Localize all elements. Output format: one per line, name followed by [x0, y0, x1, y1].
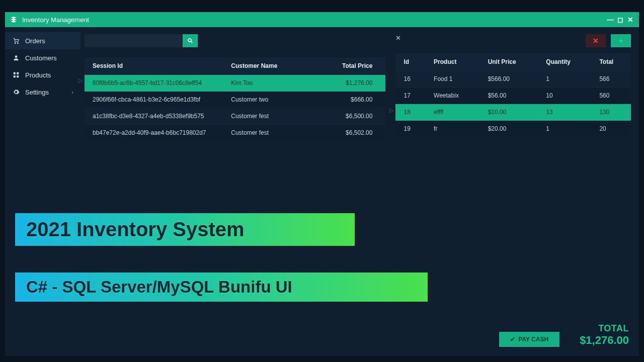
table-row[interactable]: bb47e72e-a2dd-40f9-aae4-b6bc719802d7Cust…	[85, 125, 385, 141]
sidebar-item-label: Products	[25, 71, 51, 79]
window-maximize-icon[interactable]: ◻	[616, 15, 625, 24]
total-value: $1,276.00	[580, 334, 629, 347]
pay-label: PAY CASH	[518, 336, 548, 343]
pay-cash-button[interactable]: ✔ PAY CASH	[499, 332, 559, 347]
items-pane: ✕ ✕ ＋ ▷ Id Product Unit Price Quantity	[395, 34, 631, 356]
col-product: Product	[426, 53, 480, 71]
app-window: Inventory Management — ◻ ✕ Orders Custom…	[5, 12, 639, 356]
search-button[interactable]	[183, 34, 198, 47]
gear-icon	[12, 88, 20, 96]
window-title: Inventory Management	[22, 16, 89, 24]
svg-point-0	[15, 43, 16, 44]
svg-rect-5	[14, 75, 16, 77]
table-row[interactable]: 2906f66f-cbca-4861-b3e2-6c965e1d3fbfCust…	[85, 92, 385, 108]
row-indicator-icon: ▷	[78, 77, 83, 84]
svg-rect-4	[17, 72, 19, 74]
sidebar-item-customers[interactable]: Customers	[5, 49, 80, 66]
close-panel-icon[interactable]: ✕	[395, 34, 403, 48]
sidebar-item-orders[interactable]: Orders	[5, 32, 80, 49]
sidebar-item-products[interactable]: Products	[5, 66, 80, 83]
items-table: Id Product Unit Price Quantity Total 16F…	[395, 53, 631, 137]
user-icon	[12, 54, 20, 62]
chevron-right-icon: ›	[71, 89, 73, 95]
col-session: Session Id	[85, 57, 223, 75]
delete-button[interactable]: ✕	[586, 34, 606, 47]
cart-icon	[12, 37, 20, 45]
svg-line-8	[191, 42, 193, 43]
footer: ✔ PAY CASH TOTAL $1,276.00	[499, 323, 629, 347]
window-close-icon[interactable]: ✕	[626, 15, 635, 24]
row-indicator-icon: ▷	[389, 107, 393, 114]
svg-point-1	[18, 43, 19, 44]
grid-icon	[12, 71, 20, 79]
main-content: ▷ Session Id Customer Name Total Price 6…	[80, 27, 639, 356]
check-icon: ✔	[510, 336, 515, 343]
svg-point-7	[188, 39, 191, 42]
col-id: Id	[395, 53, 426, 71]
sidebar-item-label: Settings	[25, 88, 49, 96]
search-input[interactable]	[85, 34, 183, 47]
col-qty: Quantity	[538, 53, 591, 71]
titlebar: Inventory Management — ◻ ✕	[5, 12, 639, 27]
window-minimize-icon[interactable]: —	[606, 15, 615, 24]
search-bar	[85, 34, 385, 47]
total-label: TOTAL	[580, 323, 629, 334]
table-row[interactable]: a1c38fbc-d3e8-4327-a4eb-d5338ef9b575Cust…	[85, 108, 385, 125]
sidebar-item-label: Customers	[25, 54, 57, 62]
overlay-banner-1: 2021 Inventory System	[15, 213, 355, 246]
sidebar: Orders Customers Products Settings ›	[5, 27, 80, 356]
table-row[interactable]: 19fr$20.00120	[395, 121, 631, 137]
add-button[interactable]: ＋	[611, 34, 631, 47]
table-row[interactable]: 18effff$10.0013130	[395, 104, 631, 121]
table-row[interactable]: 60f8b6b5-ac6b-4557-bd17-31c06c8eff54Kim …	[85, 75, 385, 92]
svg-rect-6	[17, 75, 19, 77]
col-customer: Customer Name	[223, 57, 312, 75]
sidebar-item-label: Orders	[25, 37, 45, 45]
orders-table: Session Id Customer Name Total Price 60f…	[85, 57, 385, 141]
col-total: Total	[591, 53, 631, 71]
orders-pane: ▷ Session Id Customer Name Total Price 6…	[85, 34, 385, 356]
table-row[interactable]: 17Weetabix$56.0010560	[395, 87, 631, 104]
table-row[interactable]: 16Food 1$566.001566	[395, 71, 631, 87]
svg-rect-3	[14, 72, 16, 74]
total-box: TOTAL $1,276.00	[580, 323, 629, 347]
col-unit: Unit Price	[480, 53, 538, 71]
app-logo-icon	[9, 15, 18, 24]
svg-point-2	[15, 55, 18, 58]
col-total: Total Price	[312, 57, 385, 75]
sidebar-item-settings[interactable]: Settings ›	[5, 83, 80, 101]
overlay-banner-2: C# - SQL Server/MySQL Bunifu UI	[15, 273, 428, 302]
